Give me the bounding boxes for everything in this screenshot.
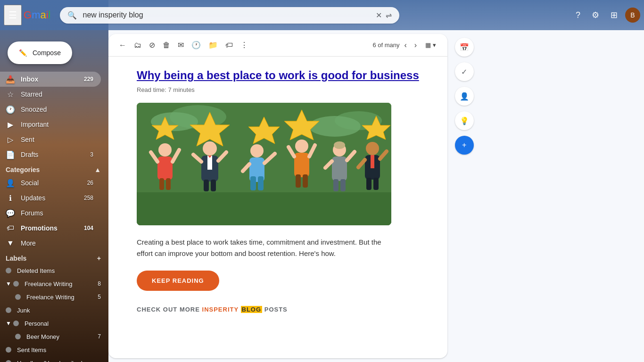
categories-collapse-icon[interactable]: ▲: [94, 166, 101, 173]
expand-freelance-icon: ▼: [6, 280, 11, 287]
mark-button[interactable]: ✉: [175, 38, 187, 52]
read-time-label: Read time:: [137, 86, 166, 93]
sent-label: Sent: [21, 136, 93, 143]
inbox-icon: 📥: [6, 75, 15, 84]
archive-button[interactable]: 🗂: [131, 38, 144, 52]
label-freelance-writing-sub[interactable]: Freelance Writing 5: [0, 290, 108, 304]
promotions-count: 104: [84, 225, 93, 231]
tasks-button[interactable]: ✓: [455, 62, 474, 81]
sidebar-item-important[interactable]: ▶ Important: [0, 117, 101, 132]
search-clear-icon[interactable]: ✕: [376, 11, 382, 20]
svg-rect-38: [332, 156, 347, 181]
sidebar-item-snoozed[interactable]: 🕐 Snoozed: [0, 102, 101, 117]
right-panel: 📅 ✓ 👤 💡 +: [451, 30, 478, 362]
label-deleted-items[interactable]: Deleted Items: [0, 264, 108, 277]
gmail-logo: Gmail: [24, 9, 50, 21]
svg-rect-19: [211, 180, 216, 191]
svg-rect-10: [166, 178, 171, 190]
label-button[interactable]: 🏷: [223, 38, 236, 52]
svg-rect-26: [258, 176, 264, 190]
read-time-value: 7 minutes: [168, 86, 195, 93]
main-wrapper: ← 🗂 ⊘ 🗑 ✉ 🕐 📁 🏷 ⋮ 6 of many ‹ › ▦ ▾: [108, 30, 478, 362]
svg-rect-9: [159, 178, 164, 190]
footer-insperity: INSPERITY: [202, 306, 239, 313]
sidebar-item-more[interactable]: ▼ More: [0, 236, 101, 251]
spam-button[interactable]: ⊘: [146, 38, 158, 52]
email-meta: Read time: 7 minutes: [137, 86, 419, 93]
prev-email-button[interactable]: ‹: [401, 38, 409, 52]
svg-rect-47: [366, 178, 372, 190]
svg-rect-8: [157, 156, 173, 180]
search-icon: 🔍: [67, 11, 77, 20]
social-icon: 👤: [6, 179, 15, 188]
sidebar-item-forums[interactable]: 💬 Forums: [0, 206, 101, 221]
search-input[interactable]: [83, 11, 376, 19]
label-freelance-writing[interactable]: ▼ Freelance Writing 8: [0, 277, 108, 290]
updates-icon: ℹ: [6, 194, 15, 203]
svg-rect-48: [373, 178, 379, 190]
next-email-button[interactable]: ›: [412, 38, 420, 52]
sidebar-item-sent[interactable]: ▷ Sent: [0, 132, 101, 147]
labels-section-header: Labels +: [0, 251, 108, 264]
menu-button[interactable]: ☰: [4, 5, 22, 25]
expand-personal-icon: ▼: [6, 320, 11, 327]
starred-label: Starred: [21, 90, 93, 98]
calendar-button[interactable]: 📅: [455, 38, 474, 57]
apps-button[interactable]: ⊞: [607, 6, 621, 24]
svg-point-37: [334, 141, 345, 149]
email-title[interactable]: Why being a best place to work is good f…: [137, 68, 419, 82]
label-dot-sent-items: [6, 347, 11, 353]
footer-check-out: CHECK OUT MORE: [137, 306, 200, 313]
keep-button[interactable]: 💡: [455, 111, 474, 130]
sidebar-item-updates[interactable]: ℹ Updates 258: [0, 190, 101, 206]
forums-label: Forums: [21, 209, 93, 217]
keep-reading-button[interactable]: KEEP READING: [137, 271, 219, 291]
updates-count: 258: [84, 195, 93, 201]
sidebar-item-promotions[interactable]: 🏷 Promotions 104: [0, 221, 101, 236]
label-dot-unroll-me: [6, 360, 11, 362]
pagination: 6 of many: [372, 41, 399, 49]
compose-button[interactable]: ✏️ Compose: [8, 41, 72, 64]
content-area: ← 🗂 ⊘ 🗑 ✉ 🕐 📁 🏷 ⋮ 6 of many ‹ › ▦ ▾: [108, 30, 478, 362]
add-label-icon[interactable]: +: [97, 255, 101, 262]
label-sent-items[interactable]: Sent Items: [0, 343, 108, 356]
add-panel-button[interactable]: +: [455, 136, 474, 155]
back-button[interactable]: ←: [116, 38, 129, 52]
sidebar-item-social[interactable]: 👤 Social 26: [0, 175, 101, 190]
email-body-text: Creating a best place to work takes time…: [137, 237, 391, 259]
snooze-button[interactable]: 🕐: [189, 38, 204, 52]
help-button[interactable]: ?: [572, 7, 584, 24]
svg-point-44: [366, 142, 379, 155]
move-button[interactable]: 📁: [206, 38, 221, 52]
svg-rect-31: [294, 153, 309, 177]
view-toggle-button[interactable]: ▦ ▾: [421, 40, 440, 50]
sidebar: ✏️ Compose 📥 Inbox 229 ☆ Starred 🕐 Snooz…: [0, 0, 108, 362]
compose-icon: ✏️: [19, 49, 27, 57]
footer-posts: POSTS: [264, 306, 288, 313]
label-junk[interactable]: Junk: [0, 304, 108, 317]
promotions-icon: 🏷: [6, 224, 15, 232]
search-filter-icon[interactable]: ⇌: [386, 11, 392, 20]
sidebar-item-drafts[interactable]: 📄 Drafts 3: [0, 147, 101, 162]
more-actions-button[interactable]: ⋮: [238, 38, 251, 52]
topbar: ☰ Gmail 🔍 ✕ ⇌ ? ⚙ ⊞ B: [0, 0, 644, 30]
svg-point-7: [158, 143, 172, 156]
label-beer-money[interactable]: Beer Money 7: [0, 330, 108, 343]
avatar[interactable]: B: [625, 8, 640, 23]
label-dot-freelance: [13, 281, 19, 287]
sent-icon: ▷: [6, 135, 15, 144]
email-toolbar: ← 🗂 ⊘ 🗑 ✉ 🕐 📁 🏷 ⋮ 6 of many ‹ › ▦ ▾: [108, 34, 447, 57]
label-unroll-me[interactable]: Unroll.me/Unsubscribed: [0, 356, 108, 362]
email-hero-image: [137, 103, 391, 225]
sidebar-item-inbox[interactable]: 📥 Inbox 229: [0, 72, 101, 87]
contacts-button[interactable]: 👤: [455, 87, 474, 106]
starred-icon: ☆: [6, 90, 15, 99]
label-dot-beer-money: [15, 334, 21, 339]
footer-blog: BLOG: [241, 306, 263, 313]
sidebar-nav: 📥 Inbox 229 ☆ Starred 🕐 Snoozed ▶ Import…: [0, 72, 108, 362]
settings-button[interactable]: ⚙: [588, 6, 603, 24]
social-count: 26: [87, 180, 93, 186]
delete-button[interactable]: 🗑: [160, 38, 173, 52]
sidebar-item-starred[interactable]: ☆ Starred: [0, 87, 101, 102]
label-personal[interactable]: ▼ Personal: [0, 317, 108, 330]
